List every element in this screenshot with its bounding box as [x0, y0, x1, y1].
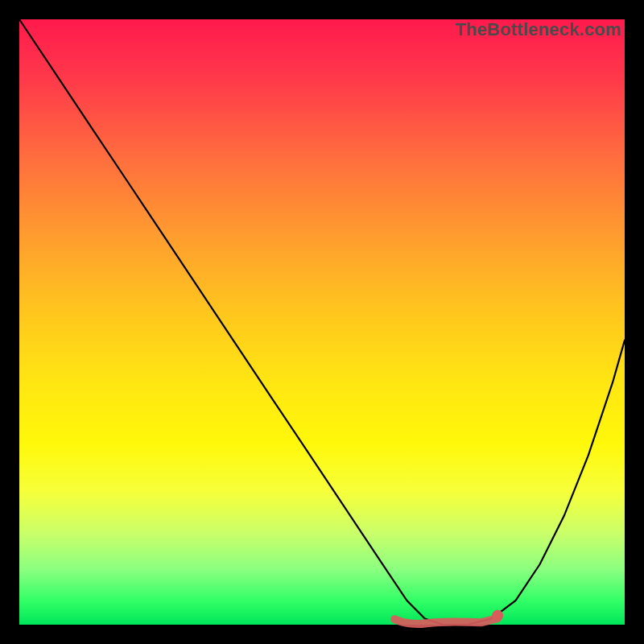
outer-frame: TheBottleneck.com: [0, 0, 644, 644]
plot-area: TheBottleneck.com: [19, 19, 625, 625]
chart-svg: [19, 19, 625, 625]
trough-highlight: [394, 618, 497, 624]
bottleneck-curve: [19, 19, 625, 625]
trough-end-dot: [492, 610, 503, 621]
